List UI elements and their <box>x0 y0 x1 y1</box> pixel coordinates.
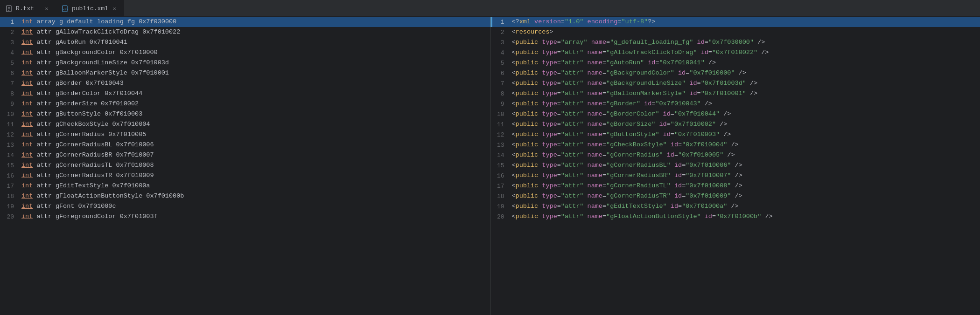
token-hex: 0x7f010009 <box>116 172 154 179</box>
token-open: < <box>512 203 516 210</box>
token-eq: = <box>602 80 606 87</box>
token-eq: = <box>602 59 606 66</box>
tab-right-close[interactable]: ✕ <box>111 5 118 13</box>
token-str: "attr" <box>561 172 584 179</box>
xml-icon: </> <box>62 5 69 13</box>
token-attr: type <box>542 151 557 158</box>
line-content: <public type="attr" name="gCornerRadiusB… <box>509 171 980 181</box>
token-str: "gCornerRadiusBL" <box>606 162 671 169</box>
tab-right[interactable]: </> public.xml ✕ <box>56 0 124 16</box>
token-eq: = <box>712 213 716 220</box>
token-hex: 0x7f01000c <box>78 203 116 210</box>
token-tag: public <box>516 39 539 46</box>
token-str: "attr" <box>561 182 584 189</box>
token-str: "attr" <box>561 121 584 128</box>
token-kw-int: int <box>21 69 33 76</box>
token-str: "0x7f010041" <box>659 59 705 66</box>
token-open: < <box>512 80 516 87</box>
left-pane: 1int array g_default_loading_fg 0x7f0300… <box>0 17 490 315</box>
table-row: 14int attr gCornerRadiusBR 0x7f010007 <box>0 150 490 160</box>
token-hex: 0x7f010000 <box>120 49 158 56</box>
token-tag: public <box>516 141 539 148</box>
token-close: /> <box>705 100 712 107</box>
token-eq: = <box>557 162 561 169</box>
line-content: int attr gFont 0x7f01000c <box>19 201 490 212</box>
token-open: < <box>512 182 516 189</box>
line-number: 16 <box>0 171 19 181</box>
token-eq: = <box>671 110 674 117</box>
token-bracket2: > <box>550 28 553 35</box>
token-kw-type: attr <box>33 59 56 66</box>
line-number: 16 <box>490 171 509 181</box>
token-attr: id <box>674 172 682 179</box>
line-number: 17 <box>490 181 509 191</box>
tab-left[interactable]: R.txt ✕ <box>0 0 56 16</box>
line-content: int attr gBackgroundLineSize 0x7f01003d <box>19 58 490 68</box>
token-str: "0x7f010008" <box>686 182 731 189</box>
line-content: int array g_default_loading_fg 0x7f03000… <box>19 17 490 27</box>
token-close: /> <box>735 172 742 179</box>
token-attr: name <box>588 90 602 97</box>
token-identifier: gForegroundColor <box>56 213 120 220</box>
token-str: "gCornerRadius" <box>606 151 663 158</box>
token-identifier: gCornerRadiusTR <box>56 172 116 179</box>
token-hex: 0x7f010043 <box>86 80 124 87</box>
line-content: int attr gAutoRun 0x7f010041 <box>19 37 490 48</box>
table-row: 10int attr gButtonStyle 0x7f010003 <box>0 109 490 119</box>
token-hex: 0x7f01000b <box>146 192 184 199</box>
token-str: "gFloatActionButtonStyle" <box>606 213 701 220</box>
token-eq: = <box>557 151 561 158</box>
line-content: <public type="attr" name="gBorderSize" i… <box>509 119 980 130</box>
token-attr: type <box>542 182 557 189</box>
token-open: < <box>512 110 516 117</box>
line-content: <public type="attr" name="gButtonStyle" … <box>509 130 980 140</box>
token-open: < <box>512 172 516 179</box>
token-hex: 0x7f010003 <box>105 110 142 117</box>
token-kw-type: attr <box>33 192 56 199</box>
token-identifier: gBorderColor <box>56 90 105 97</box>
token-identifier: gBackgroundLineSize <box>56 59 131 66</box>
line-number: 17 <box>0 181 19 191</box>
token-close: /> <box>765 213 772 220</box>
token-identifier: gBackgroundColor <box>56 49 120 56</box>
line-number: 4 <box>0 48 19 58</box>
token-kw-int: int <box>21 182 33 189</box>
token-attr: name <box>588 213 602 220</box>
table-row: 2<resources> <box>490 27 980 37</box>
token-eq: = <box>602 151 606 158</box>
token-tag: public <box>516 90 539 97</box>
token-kw-type: attr <box>33 110 56 117</box>
token-attr: name <box>588 49 602 56</box>
token-kw-type: array <box>33 18 59 25</box>
token-str: "attr" <box>561 162 584 169</box>
token-str: "1.0" <box>565 18 584 25</box>
table-row: 6int attr gBalloonMarkerStyle 0x7f010001 <box>0 68 490 78</box>
token-identifier: gAllowTrackClickToDrag <box>56 28 142 35</box>
line-number: 10 <box>0 109 19 119</box>
token-str: "0x7f010007" <box>686 172 731 179</box>
line-content: <public type="attr" name="gBackgroundLin… <box>509 78 980 89</box>
line-number: 9 <box>490 99 509 109</box>
token-attr: id <box>667 151 674 158</box>
token-close: /> <box>731 203 738 210</box>
right-scroll[interactable]: 1<?xml version="1.0" encoding="utf-8"?>2… <box>490 17 980 315</box>
token-eq: = <box>602 121 606 128</box>
line-content: int attr gBorderSize 0x7f010002 <box>19 99 490 109</box>
token-open: < <box>512 131 516 138</box>
token-identifier: gFloatActionButtonStyle <box>56 192 146 199</box>
line-number: 11 <box>490 119 509 130</box>
token-open: < <box>512 49 516 56</box>
token-kw-int: int <box>21 213 33 220</box>
token-open: < <box>512 90 516 97</box>
token-tag: public <box>516 172 539 179</box>
token-attr: name <box>588 172 602 179</box>
line-number: 10 <box>490 109 509 119</box>
line-content: <public type="attr" name="gCornerRadiusT… <box>509 191 980 201</box>
token-attr: id <box>648 59 655 66</box>
line-content: int attr gBackgroundColor 0x7f010000 <box>19 48 490 58</box>
line-number: 8 <box>490 89 509 99</box>
tab-left-close[interactable]: ✕ <box>43 5 50 13</box>
token-tag: public <box>516 213 539 220</box>
token-kw-type: attr <box>33 203 56 210</box>
left-scroll[interactable]: 1int array g_default_loading_fg 0x7f0300… <box>0 17 490 315</box>
